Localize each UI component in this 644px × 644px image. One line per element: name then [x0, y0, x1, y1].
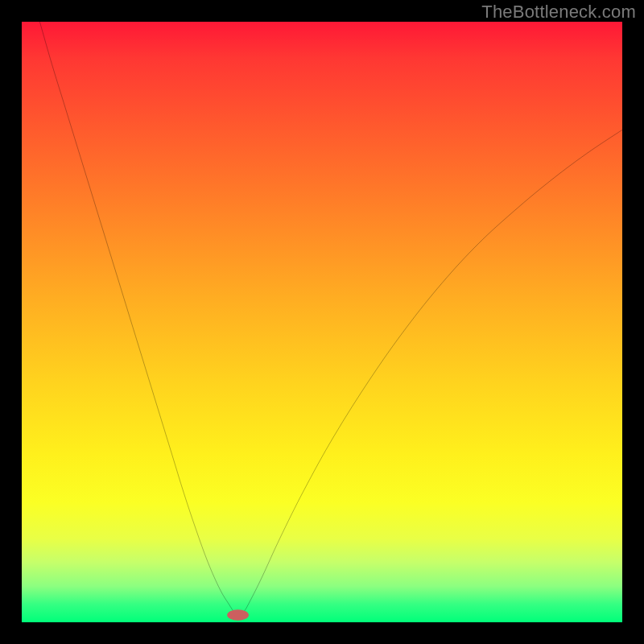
watermark-text: TheBottleneck.com [481, 2, 636, 23]
bottleneck-curve [39, 22, 622, 615]
curve-layer [22, 22, 622, 622]
optimal-point-marker [227, 609, 249, 620]
chart-frame: TheBottleneck.com [0, 0, 644, 644]
plot-area [22, 22, 622, 622]
